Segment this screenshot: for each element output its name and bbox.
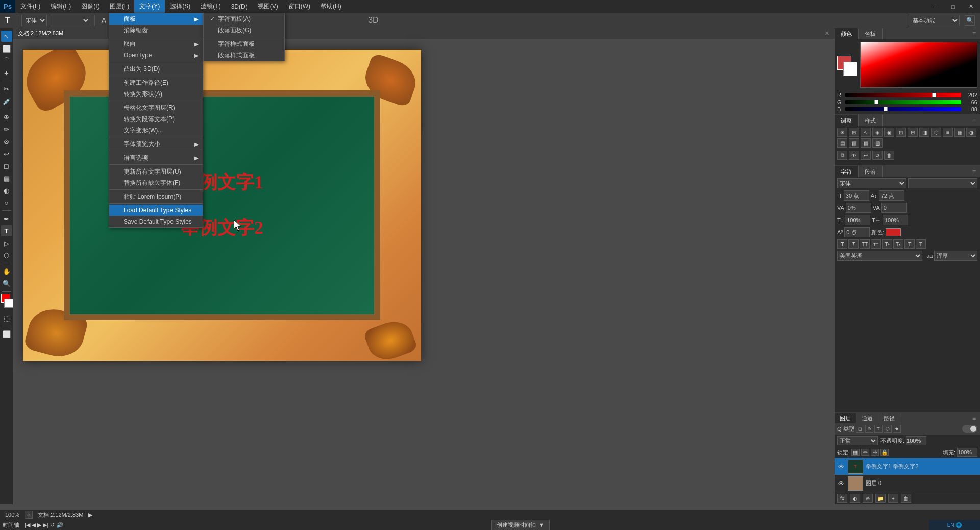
create-video-timeline-button[interactable]: 创建视频时间轴 ▼ [491,520,550,531]
color-lookup-icon[interactable]: ▦ [954,128,965,137]
char-va2-input[interactable] [881,203,907,213]
timeline-prev[interactable]: ◀ [32,522,36,528]
g-thumb[interactable] [874,100,878,104]
maximize-button[interactable]: □ [944,0,962,13]
timeline-loop[interactable]: ↺ [50,522,55,528]
channel-mixer-icon[interactable]: ≡ [943,128,953,137]
char-size1-input[interactable] [844,190,869,201]
menu-3d[interactable]: 3D(D) [226,0,253,13]
dd-load-styles[interactable]: Load Default Type Styles [109,205,203,216]
dd-panel[interactable]: 面板 ▶ [109,13,203,25]
dd-save-styles[interactable]: Save Default Type Styles [109,216,203,227]
blend-mode-select[interactable]: 正常 [837,436,878,445]
marquee-tool[interactable]: ⬜ [1,43,12,54]
blur-tool[interactable]: ◐ [1,185,12,196]
menu-select[interactable]: 选择(S) [165,0,195,13]
fx-icon[interactable]: fx [837,494,847,503]
lock-position-icon[interactable]: ✛ [871,449,879,456]
zoom-tool[interactable]: 🔍 [1,278,12,289]
sub-icon[interactable]: T₁ [893,239,903,249]
dd-paste-lorem[interactable]: 粘贴 Lorem Ipsum(P) [109,191,203,202]
char-style-select[interactable] [908,178,977,188]
menu-filter[interactable]: 滤镜(T) [195,0,226,13]
adjustment-panel-menu[interactable]: ≡ [968,117,980,124]
layers-panel-menu[interactable]: ≡ [968,415,980,422]
italic-icon[interactable]: T [848,239,859,249]
quick-select-tool[interactable]: ✦ [1,67,12,79]
mask-icon[interactable]: ◐ [850,494,860,503]
layer-bg[interactable]: 👁 图层 0 [835,475,980,492]
layer-text[interactable]: 👁 T 举例文字1 举例文字2 [835,458,980,475]
g-slider[interactable] [845,100,961,104]
hand-tool[interactable]: ✋ [1,266,12,277]
super-icon[interactable]: T¹ [882,239,892,249]
menu-view[interactable]: 视图(V) [253,0,283,13]
lock-pixels-icon[interactable]: ✏ [861,449,869,456]
brush-tool[interactable]: ✏ [1,124,12,135]
adj-clip-icon[interactable]: ⧉ [837,151,847,160]
dd-char-style-panel[interactable]: 字符样式面板 [204,38,284,50]
create-timeline-arrow[interactable]: ▼ [538,522,544,528]
layers-tab[interactable]: 图层 [835,413,856,423]
exposure-icon[interactable]: ◈ [872,128,883,137]
workspace-select[interactable]: 基本功能 [909,15,960,26]
menu-help[interactable]: 帮助(H) [315,0,347,13]
r-thumb[interactable] [932,93,936,97]
dd-para-panel[interactable]: 段落面板(G) [204,25,284,36]
bw-icon[interactable]: ◨ [919,128,929,137]
filter-smart-icon[interactable]: ★ [893,425,901,433]
eraser-tool[interactable]: ◻ [1,160,12,172]
channels-tab[interactable]: 通道 [856,413,878,423]
color-tab[interactable]: 颜色 [835,28,859,39]
lasso-tool[interactable]: ⌒ [1,55,12,66]
filter-adj-icon[interactable]: ⊕ [865,425,873,433]
dd-opentype[interactable]: OpenType ▶ [109,50,203,61]
lock-transparent-icon[interactable]: ▦ [851,449,860,456]
menu-edit[interactable]: 编辑(E) [45,0,76,13]
opacity-input[interactable] [906,436,926,445]
levels-icon[interactable]: ⊞ [849,128,859,137]
adjustment-tab[interactable]: 调整 [835,115,859,126]
adj-eye-icon[interactable]: 👁 [849,151,859,160]
paths-tab[interactable]: 路径 [878,413,900,423]
font-family-select[interactable]: 宋体 [21,15,47,26]
char-panel-menu[interactable]: ≡ [968,168,980,175]
dd-warp[interactable]: 文字变形(W)... [109,125,203,136]
adj-layer-icon[interactable]: ⊕ [863,494,873,503]
healing-tool[interactable]: ⊕ [1,111,12,123]
bg-swatch[interactable] [843,62,857,76]
underline-icon[interactable]: T [904,239,915,249]
quick-mask-tool[interactable]: ⬚ [1,312,12,324]
history-brush-tool[interactable]: ↩ [1,148,12,159]
minimize-button[interactable]: ─ [926,0,944,13]
small-caps-icon[interactable]: TT [871,239,881,249]
new-layer-icon[interactable]: + [888,494,898,503]
b-thumb[interactable] [884,107,888,111]
char-baseline-input[interactable] [844,227,870,237]
char-tab[interactable]: 字符 [835,166,859,177]
adj-delete-icon[interactable]: 🗑 [884,151,894,160]
timeline-next[interactable]: ▶| [43,522,48,528]
dd-convert-shape[interactable]: 转换为形状(A) [109,88,203,100]
canvas-close-icon[interactable]: ✕ [825,30,829,37]
adj-back-icon[interactable]: ↩ [861,151,871,160]
dd-font-preview[interactable]: 字体预览大小 ▶ [109,138,203,150]
dd-rasterize[interactable]: 栅格化文字图层(R) [109,102,203,113]
menu-layer[interactable]: 图层(L) [105,0,135,13]
search-icon[interactable]: 🔍 [965,15,975,26]
background-color[interactable] [4,299,13,308]
menu-image[interactable]: 图像(I) [76,0,104,13]
dodge-tool[interactable]: ○ [1,197,12,208]
filter-shape-icon[interactable]: ⬡ [884,425,892,433]
char-scale1-input[interactable] [845,215,870,225]
timeline-play[interactable]: ▶ [37,522,41,528]
dd-update-all[interactable]: 更新所有文字图层(U) [109,166,203,177]
font-style-select[interactable] [50,15,90,26]
delete-layer-icon[interactable]: 🗑 [901,494,911,503]
color-picker-area[interactable] [860,42,977,88]
menu-window[interactable]: 窗口(W) [283,0,315,13]
group-icon[interactable]: 📁 [875,494,886,503]
zoom-icon[interactable]: ○ [24,511,33,519]
char-font-select[interactable]: 宋体 [837,178,906,188]
menu-file[interactable]: 文件(F) [15,0,45,13]
